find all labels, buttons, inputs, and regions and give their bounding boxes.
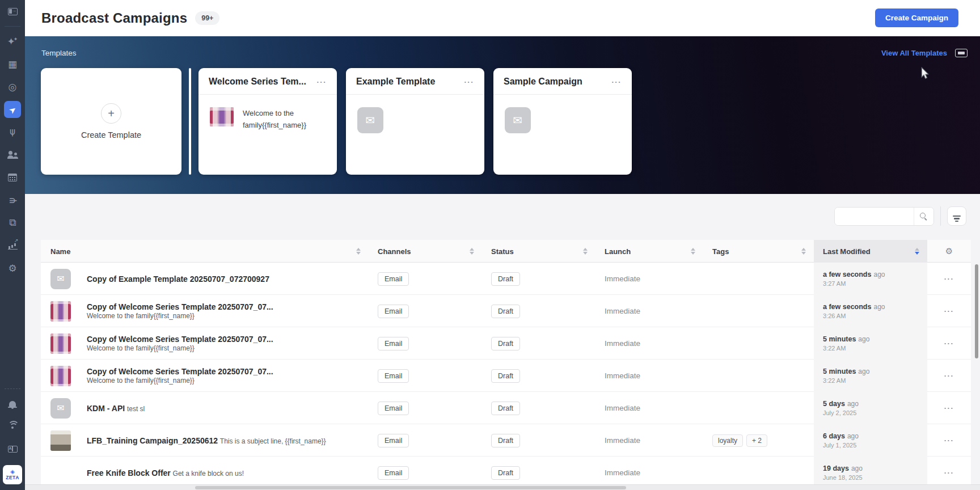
journey-flow-icon[interactable]: ⋔	[4, 192, 21, 209]
template-card[interactable]: Example Template ··· ✉	[346, 68, 484, 175]
last-modified-cell: 5 daysago July 2, 2025	[814, 392, 927, 424]
calendar-icon[interactable]	[4, 169, 21, 186]
template-card-title: Example Template	[356, 77, 435, 87]
envelope-icon: ✉	[50, 398, 71, 419]
row-more-menu-icon[interactable]: ···	[927, 339, 971, 348]
modified-detail: June 18, 2025	[823, 474, 919, 481]
table-row[interactable]: Copy of Welcome Series Template 20250707…	[41, 327, 971, 360]
filter-icon	[953, 216, 961, 217]
column-header-last-modified[interactable]: Last Modified	[814, 240, 927, 263]
channel-chip: Email	[378, 466, 409, 480]
modified-suffix: ago	[873, 303, 885, 311]
filter-button[interactable]	[947, 206, 966, 226]
notifications-bell-icon[interactable]	[4, 395, 21, 412]
card-more-menu-icon[interactable]: ···	[317, 78, 327, 86]
main-area: Broadcast Campaigns 99+ Create Campaign …	[25, 0, 980, 490]
row-name: Free Knife Block Offer	[87, 468, 171, 478]
launch-cell: Immediate	[595, 436, 703, 445]
modified-suffix: ago	[873, 271, 885, 278]
column-settings-gear-icon[interactable]: ⚙	[927, 240, 971, 263]
dashboard-icon[interactable]: ▦	[4, 56, 21, 73]
horizontal-scrollbar-thumb[interactable]	[195, 486, 626, 489]
count-badge: 99+	[195, 11, 219, 25]
modified-detail: July 2, 2025	[823, 409, 919, 416]
table-row[interactable]: Copy of Welcome Series Template 20250707…	[41, 295, 971, 327]
search-input[interactable]	[835, 208, 914, 225]
signal-wifi-icon[interactable]	[4, 418, 21, 435]
channel-chip: Email	[378, 434, 409, 447]
last-modified-cell: 6 daysago July 1, 2025	[814, 424, 927, 457]
row-thumbnail	[50, 333, 71, 354]
layers-icon[interactable]: ⧉	[4, 214, 21, 231]
card-more-menu-icon[interactable]: ···	[464, 78, 475, 86]
row-more-menu-icon[interactable]: ···	[927, 274, 971, 283]
create-campaign-button[interactable]: Create Campaign	[875, 9, 958, 27]
row-subtitle: test sl	[127, 405, 145, 413]
column-header-name[interactable]: Name	[41, 240, 369, 263]
create-template-label: Create Template	[81, 130, 141, 140]
broadcast-send-icon[interactable]: ➤	[4, 101, 21, 118]
sidebar: ✦✦▦◎➤⋔⋔⧉⚙◈ZETA	[0, 0, 25, 490]
templates-carousel-icon[interactable]	[955, 49, 968, 57]
page-title: Broadcast Campaigns	[41, 10, 187, 26]
table-row[interactable]: ✉ Copy of Example Template 20250707_0727…	[41, 263, 971, 295]
table-row[interactable]: LFB_Training Campaign_20250612 This is a…	[41, 424, 971, 457]
create-template-card[interactable]: + Create Template	[41, 68, 181, 175]
horizontal-scrollbar-track[interactable]	[25, 484, 980, 490]
zeta-logo-text: ZETA	[6, 475, 19, 480]
modified-suffix: ago	[858, 335, 869, 343]
zeta-logo[interactable]: ◈ZETA	[3, 465, 22, 484]
column-header-status[interactable]: Status	[482, 240, 595, 263]
sitemap-icon[interactable]: ⋔	[4, 124, 21, 141]
audience-people-icon[interactable]	[4, 146, 21, 163]
template-caption: Welcome to the family{{first_name}}	[243, 107, 316, 132]
row-thumbnail	[50, 366, 71, 386]
modified-detail: July 1, 2025	[823, 442, 919, 449]
template-card[interactable]: Welcome Series Tem... ··· Welcome to the…	[198, 68, 337, 175]
modified-relative: 5 minutes	[823, 335, 856, 343]
row-more-menu-icon[interactable]: ···	[927, 436, 971, 445]
view-all-templates-link[interactable]: View All Templates	[881, 49, 947, 57]
zeta-diamond-icon: ◈	[10, 469, 15, 475]
docs-book-icon[interactable]	[4, 441, 21, 458]
status-chip: Draft	[491, 272, 520, 286]
launch-cell: Immediate	[595, 307, 703, 315]
tags-cell: loyalty+ 2	[703, 434, 814, 447]
row-subtitle: Welcome to the family{{first_name}}	[87, 312, 195, 320]
analytics-chart-icon[interactable]	[4, 237, 21, 254]
sort-icon	[691, 248, 695, 255]
template-card[interactable]: Sample Campaign ··· ✉	[493, 68, 632, 175]
row-more-menu-icon[interactable]: ···	[927, 371, 971, 380]
template-cards-row: + Create Template Welcome Series Tem... …	[41, 68, 641, 175]
collapse-panel-icon[interactable]	[4, 3, 21, 20]
card-more-menu-icon[interactable]: ···	[612, 78, 622, 86]
table-row[interactable]: ✉ KDM - API test sl Email Draft Immediat…	[41, 392, 971, 424]
column-header-tags[interactable]: Tags	[703, 240, 814, 263]
vertical-scrollbar-thumb[interactable]	[975, 264, 978, 358]
target-icon[interactable]: ◎	[4, 78, 21, 95]
modified-relative: 5 days	[823, 400, 845, 408]
templates-section: Templates View All Templates + Create Te…	[25, 36, 980, 194]
row-more-menu-icon[interactable]: ···	[927, 307, 971, 315]
row-thumbnail	[50, 301, 71, 322]
sidebar-divider	[5, 388, 20, 389]
sort-icon	[583, 248, 588, 255]
modified-relative: 5 minutes	[823, 368, 856, 375]
plus-icon: +	[101, 103, 121, 124]
row-more-menu-icon[interactable]: ···	[927, 468, 971, 477]
row-name: KDM - API	[87, 404, 125, 413]
column-header-launch[interactable]: Launch	[595, 240, 703, 263]
row-subtitle: Welcome to the family{{first_name}}	[87, 377, 195, 385]
search-button[interactable]	[914, 208, 933, 225]
row-subtitle: This is a subject line, {{first_name}}	[220, 437, 326, 445]
sort-icon	[356, 248, 361, 255]
ai-sparkles-icon[interactable]: ✦✦	[4, 33, 21, 50]
column-header-channels[interactable]: Channels	[369, 240, 482, 263]
modified-detail: 3:22 AM	[823, 377, 919, 384]
sidebar-divider	[5, 26, 20, 27]
row-more-menu-icon[interactable]: ···	[927, 404, 971, 412]
table-header-row: NameChannelsStatusLaunchTagsLast Modifie…	[41, 240, 971, 263]
status-chip: Draft	[491, 466, 520, 480]
table-row[interactable]: Copy of Welcome Series Template 20250707…	[41, 360, 971, 392]
settings-gear-icon[interactable]: ⚙	[4, 260, 21, 277]
